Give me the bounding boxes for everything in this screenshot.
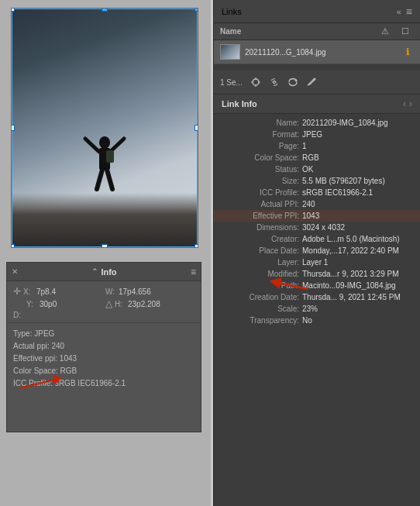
info-panel-label: Info (101, 267, 116, 277)
info-coords-section: ✛ X: 7p8.4 W: 17p4.656 Y: 30p0 △ H: 23p2… (7, 281, 201, 323)
triangle-icon: △ (105, 298, 112, 309)
svg-line-11 (313, 79, 315, 81)
col-warning-icon: ⚠ (377, 26, 394, 36)
x-coord-row: ✛ X: 7p8.4 (13, 286, 102, 297)
info-row-value: OK (302, 165, 412, 174)
info-panel-menu-icon[interactable]: ≡ (191, 267, 196, 277)
info-row: Creation Date:Thursda... 9, 2021 12:45 P… (214, 291, 420, 303)
selection-count: 1 Se... (220, 78, 243, 87)
info-row-key: Scale: (222, 305, 299, 313)
link-button[interactable] (266, 74, 283, 91)
handle-midright[interactable] (195, 125, 198, 131)
info-row: Format:JPEG (214, 129, 420, 140)
info-row-value: 240 (302, 200, 412, 208)
links-panel: Links « ≡ Name ⚠ ☐ 20211120...G_1084.jpg… (213, 0, 420, 506)
info-detail-actual-ppi: Actual ppi: 240 (13, 340, 195, 353)
link-thumbnail (220, 44, 240, 60)
info-row-value: Layer 1 (302, 258, 412, 267)
info-row-key: Creation Date: (222, 293, 299, 301)
edit-original-button[interactable] (303, 74, 320, 91)
info-row: Size:5.5 MB (5796207 bytes) (214, 175, 420, 187)
info-row-key: Layer: (222, 258, 299, 267)
info-row-key: Actual PPI: (222, 200, 299, 208)
svg-line-2 (85, 139, 99, 152)
figure-silhouette (81, 127, 128, 205)
link-filename: 20211120...G_1084.jpg (245, 48, 397, 57)
info-row: Path:Macinto...09-IMG_1084.jpg (214, 280, 420, 291)
red-arrow-left (18, 376, 64, 391)
nav-arrows: ‹ › (403, 98, 412, 109)
info-row-key: Transparency: (222, 316, 299, 325)
info-panel-title: ⌃ Info (91, 267, 116, 277)
info-detail-type: Type: JPEG (13, 328, 195, 340)
update-link-button[interactable] (284, 74, 301, 91)
y-coord-row: Y: 30p0 (13, 298, 102, 309)
panel-menu-icon[interactable]: ≡ (406, 5, 412, 18)
info-row: ICC Profile:sRGB IEC61966-2.1 (214, 187, 420, 198)
link-status-icon: ℹ (401, 46, 414, 57)
info-row-value: 20211209-IMG_1084.jpg (302, 119, 412, 127)
info-row-key: Effective PPI: (222, 212, 299, 220)
info-row: Scale:23% (214, 303, 420, 315)
info-panel-header: ✕ ⌃ Info ≡ (7, 263, 201, 281)
info-row: Transparency:No (214, 315, 420, 326)
info-row-value: Thursda...r 9, 2021 3:29 PM (302, 270, 412, 278)
info-row-value: Adobe L...m 5.0 (Macintosh) (302, 235, 412, 243)
svg-line-8 (19, 379, 58, 388)
svg-line-5 (107, 170, 112, 189)
relink-button[interactable] (247, 74, 264, 91)
handle-topleft[interactable] (11, 8, 15, 12)
link-row[interactable]: 20211120...G_1084.jpg ℹ (214, 40, 420, 64)
info-row-key: Name: (222, 119, 299, 127)
d-coord-row: D: (13, 311, 102, 319)
links-panel-header: Links « ≡ (214, 0, 420, 23)
info-row: Color Space:RGB (214, 152, 420, 164)
info-row-value: 1043 (302, 212, 412, 220)
w-coord-row: W: 17p4.656 (105, 286, 195, 297)
col-name-header: Name (220, 27, 374, 36)
info-row: Layer:Layer 1 (214, 256, 420, 268)
info-row: Effective PPI:1043 (214, 210, 420, 222)
info-row-value: 1 (302, 142, 412, 150)
close-icon[interactable]: ✕ (12, 267, 18, 276)
handle-topright[interactable] (195, 8, 198, 12)
info-row: Page:1 (214, 140, 420, 152)
svg-rect-6 (106, 150, 114, 163)
info-row-value: Monday,...17, 2022 2:40 PM (302, 246, 412, 255)
handle-bottomcenter[interactable] (102, 244, 108, 248)
info-panel: ✕ ⌃ Info ≡ ✛ X: 7p8.4 W: 17p4.656 Y: 30p… (6, 262, 201, 432)
handle-midleft[interactable] (11, 125, 15, 131)
svg-point-0 (99, 136, 110, 149)
handle-topcenter[interactable] (102, 8, 108, 12)
info-row-key: Place Date: (222, 246, 299, 255)
info-row: Name:20211209-IMG_1084.jpg (214, 117, 420, 129)
image-frame[interactable] (11, 8, 198, 248)
panel-collapse-icon[interactable]: « (397, 7, 401, 16)
info-row-key: Modified: (222, 270, 299, 278)
svg-line-3 (110, 139, 124, 152)
handle-bottomright[interactable] (195, 244, 198, 248)
links-table-header: Name ⚠ ☐ (214, 23, 420, 40)
info-row-key: Path: (222, 281, 299, 290)
info-row-key: Status: (222, 165, 299, 174)
info-row: Creator:Adobe L...m 5.0 (Macintosh) (214, 233, 420, 245)
info-row-key: Page: (222, 142, 299, 150)
collapse-arrow-icon[interactable]: ⌃ (91, 267, 98, 276)
links-toolbar: 1 Se... (214, 71, 420, 95)
nav-next-button[interactable]: › (409, 98, 412, 109)
info-row: Place Date:Monday,...17, 2022 2:40 PM (214, 245, 420, 256)
svg-line-4 (97, 170, 102, 189)
handle-bottomleft[interactable] (11, 244, 15, 248)
info-row: Actual PPI:240 (214, 198, 420, 210)
nav-prev-button[interactable]: ‹ (403, 98, 406, 109)
link-info-header: Link Info ‹ › (214, 95, 420, 114)
info-row-value: Thursda... 9, 2021 12:45 PM (302, 293, 412, 301)
info-row: Dimensions:3024 x 4032 (214, 222, 420, 233)
svg-point-9 (253, 79, 259, 85)
info-row: Modified:Thursda...r 9, 2021 3:29 PM (214, 268, 420, 280)
info-row-key: Size: (222, 177, 299, 185)
info-table: Name:20211209-IMG_1084.jpgFormat:JPEGPag… (214, 114, 420, 506)
info-detail-effective-ppi: Effective ppi: 1043 (13, 353, 195, 365)
info-row-key: ICC Profile: (222, 188, 299, 197)
info-row-value: 3024 x 4032 (302, 223, 412, 232)
